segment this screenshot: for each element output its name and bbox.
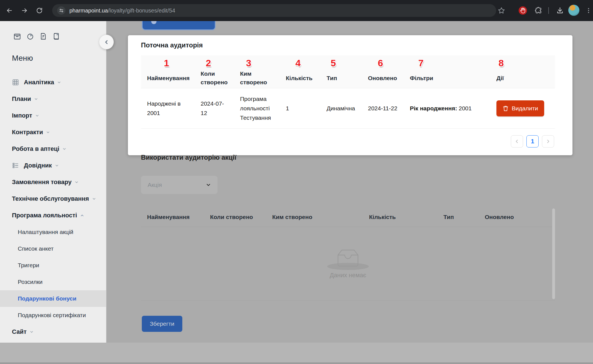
promo-table-header: Найменування Коли створено Ким створено … [141,207,555,227]
sidebar-item-directory[interactable]: Довідник [0,157,106,174]
address-bar[interactable]: pharmapoint.ua/loyalty/gift-bonuses/edit… [52,4,496,17]
sidebar-quick-icons [13,32,60,40]
promo-select-placeholder: Акція [148,182,206,188]
cell-type: Динамічна [321,88,362,128]
column-header-author: Ким створено [234,55,280,88]
annotation-number-5: 5 [331,58,336,68]
url-path: /loyalty/gift-bonuses/edit/54 [108,7,175,14]
sidebar-item-questionnaires[interactable]: Список анкет [0,240,106,257]
promo-column-author: Ким створено [266,207,363,227]
chevron-down-icon [34,97,38,101]
archive-box-icon[interactable] [13,32,21,40]
table-row: Народжені в 2001 2024-07-12 Програма лоя… [141,88,555,129]
sidebar-item-gift-bonuses[interactable]: Подарункові бонуси [0,290,106,307]
promo-table: Найменування Коли створено Ким створено … [141,207,555,300]
url-text: pharmapoint.ua/loyalty/gift-bonuses/edit… [69,7,175,14]
collapse-sidebar-icon[interactable] [99,35,114,49]
chevron-down-icon [30,330,34,334]
cell-created: 2024-07-12 [195,88,234,128]
cell-qty: 1 [280,88,321,128]
pie-chart-icon[interactable] [26,32,34,40]
empty-state-text: Даних немає [330,272,366,279]
list-icon [12,162,20,169]
audience-table: 1 2 3 4 5 6 7 8 Найменування Коли створе… [141,55,555,129]
save-button[interactable]: Зберегти [142,316,182,332]
back-icon[interactable] [3,4,16,17]
promo-table-empty-state: Даних немає [141,227,555,301]
annotation-number-7: 7 [418,58,424,68]
sidebar-item-analytics[interactable]: Аналітика [0,74,106,91]
sidebar-item-plans[interactable]: Плани [0,91,106,107]
chevron-up-icon [80,213,84,217]
pagination-next-icon[interactable] [542,135,554,147]
current-audience-card: Поточна аудиторія 1 2 3 4 5 6 7 8 Наймен… [128,35,572,155]
column-header-filters: Фільтри [404,55,490,88]
page-bottom-band [0,343,593,364]
delete-button[interactable]: Видалити [496,100,544,116]
cell-name: Народжені в 2001 [141,88,195,128]
promo-section-title: Використати аудиторію акції [141,154,236,161]
sidebar-item-triggers[interactable]: Тригери [0,257,106,274]
reload-icon[interactable] [33,4,46,17]
chevron-down-icon [46,130,50,134]
cropped-button-icon [151,21,157,24]
chevron-down-icon [75,180,79,184]
grid-icon [12,79,20,86]
inbox-empty-icon [335,248,361,268]
cropped-blue-button[interactable] [142,21,216,30]
sidebar-item-gift-certificates[interactable]: Подарункові сертифікати [0,307,106,324]
promo-column-type: Тип [437,207,479,227]
sidebar-item-maintenance[interactable]: Технічне обслуговування [0,190,106,207]
download-icon[interactable] [554,5,566,16]
toolbar-separator [548,7,549,14]
sidebar-item-site[interactable]: Сайт [0,324,106,340]
table-scrollbar[interactable] [552,208,555,299]
cell-filters: Рік народження: 2001 [404,88,490,128]
url-host: pharmapoint.ua [69,7,108,14]
window-bottom-edge [0,362,593,364]
book-icon[interactable] [52,32,60,40]
browser-toolbar: pharmapoint.ua/loyalty/gift-bonuses/edit… [0,0,593,21]
column-header-type: Тип [321,55,362,88]
profile-avatar[interactable] [568,5,579,16]
chevron-down-icon [35,114,39,118]
promo-select[interactable]: Акція [141,176,218,194]
sidebar-item-promo-settings[interactable]: Налаштування акцій [0,224,106,240]
sidebar-item-loyalty-program[interactable]: Програма лояльності [0,207,106,224]
annotation-number-8: 8 [499,58,504,68]
audience-table-header: 1 2 3 4 5 6 7 8 Найменування Коли створе… [141,55,555,88]
card-title: Поточна аудиторія [141,41,203,49]
select-chevron-icon [206,182,211,187]
site-settings-icon[interactable] [57,6,65,15]
promo-column-name: Найменування [141,207,204,227]
sidebar: Меню Аналітика Плани Імпорт Контракти Ро… [0,21,106,362]
chevron-down-icon [55,164,59,167]
sidebar-item-contracts[interactable]: Контракти [0,124,106,141]
chevron-down-icon [92,197,96,201]
promo-column-qty: Кількість [363,207,437,227]
trash-icon [503,105,509,112]
adblock-icon[interactable] [517,5,529,16]
sidebar-menu-title: Меню [12,54,33,63]
extensions-icon[interactable] [533,5,544,16]
annotation-number-1: 1 [164,58,169,68]
sidebar-item-mailings[interactable]: Розсилки [0,274,106,290]
annotation-number-4: 4 [296,58,301,68]
sidebar-item-pharmacy-work[interactable]: Робота в аптеці [0,141,106,157]
pagination: 1 [511,135,554,147]
sidebar-item-import[interactable]: Імпорт [0,107,106,124]
promo-column-updated: Оновлено [479,207,555,227]
column-header-created: Коли створено [195,55,234,88]
cell-actions: Видалити [490,88,555,128]
pagination-prev-icon[interactable] [511,135,523,147]
bookmark-star-icon[interactable] [496,5,507,16]
file-text-icon[interactable] [39,32,47,40]
menu-dots-icon[interactable] [583,5,593,16]
cell-updated: 2024-11-22 [362,88,404,128]
annotation-number-6: 6 [378,58,383,68]
pagination-page-1[interactable]: 1 [526,135,539,147]
main-content: Поточна аудиторія 1 2 3 4 5 6 7 8 Наймен… [107,21,593,343]
chevron-down-icon [57,80,61,84]
sidebar-item-product-orders[interactable]: Замовлення товару [0,174,106,190]
forward-icon[interactable] [18,4,31,17]
